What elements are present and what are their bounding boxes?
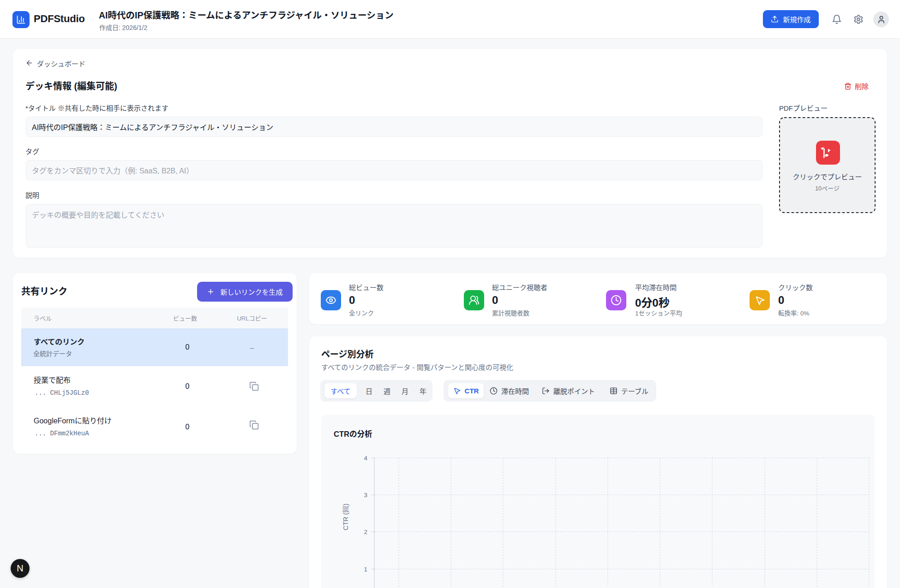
svg-text:2: 2 (364, 529, 367, 535)
svg-text:4: 4 (364, 455, 367, 462)
svg-text:3: 3 (364, 492, 367, 499)
svg-text:CTR (回): CTR (回) (342, 504, 349, 530)
svg-text:1: 1 (364, 566, 367, 573)
